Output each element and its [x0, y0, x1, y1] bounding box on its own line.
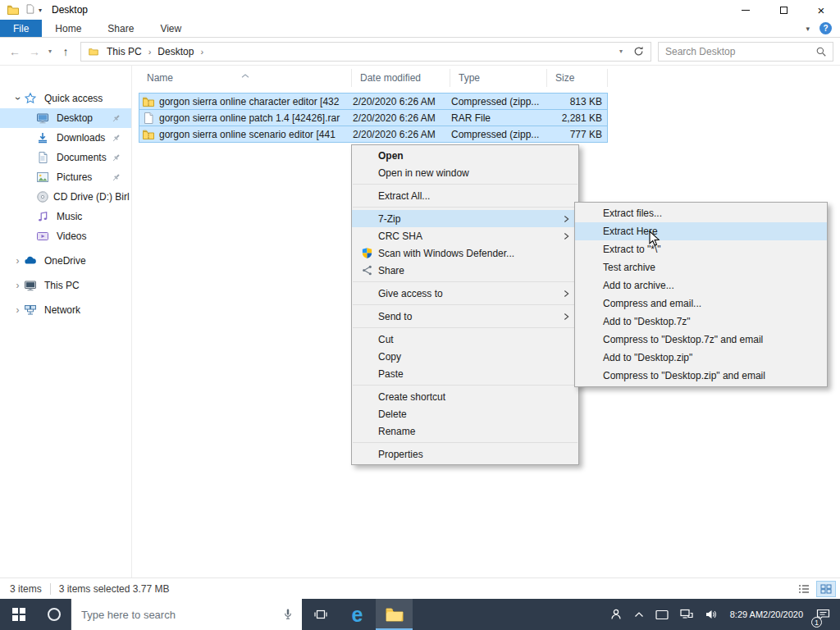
sidebar-item-onedrive[interactable]: ›OneDrive [0, 251, 131, 271]
clock[interactable]: 8:29 AM 2/20/2020 [724, 599, 810, 630]
clock-time: 8:29 AM [730, 609, 763, 620]
edge-button[interactable]: e [339, 599, 376, 630]
sidebar-item-cd-drive-d-birl[interactable]: CD Drive (D:) Birl [0, 187, 131, 207]
back-button[interactable]: ← [5, 45, 25, 58]
tablet-icon [655, 609, 669, 620]
file-name: gorgon sierra online character editor [4… [159, 96, 353, 107]
search-icon[interactable] [815, 46, 833, 57]
submenu-item-compress-to-desktop-7z-and-email[interactable]: Compress to "Desktop.7z" and email [575, 331, 827, 349]
submenu-arrow-icon [564, 290, 573, 298]
menu-item-rename[interactable]: Rename [352, 422, 578, 440]
sidebar-item-music[interactable]: Music [0, 207, 131, 226]
large-icons-view-button[interactable] [816, 581, 836, 597]
menu-item-share[interactable]: Share [352, 262, 578, 279]
tab-share[interactable]: Share [94, 20, 147, 37]
minimize-button[interactable] [727, 0, 765, 20]
breadcrumb-item-desktop[interactable]: Desktop [153, 46, 198, 57]
task-view-button[interactable] [302, 599, 339, 630]
submenu-item-add-to-desktop-7z[interactable]: Add to "Desktop.7z" [575, 313, 827, 331]
start-button[interactable] [0, 599, 38, 630]
file-row[interactable]: gorgon sierra online character editor [4… [139, 93, 608, 110]
volume-icon [705, 609, 718, 620]
forward-button[interactable]: → [25, 45, 44, 58]
up-button[interactable]: ↑ [56, 45, 75, 58]
expand-ribbon-chevron-icon[interactable]: ▾ [806, 25, 810, 33]
column-header-type[interactable]: Type [450, 69, 547, 87]
file-row[interactable]: gorgon sierra online patch 1.4 [42426].r… [139, 109, 608, 126]
chevron-collapsed-icon[interactable]: › [11, 304, 24, 316]
menu-item-open-in-new-window[interactable]: Open in new window [352, 164, 578, 181]
tablet-mode-button[interactable] [650, 599, 674, 630]
ribbon-tab-label: View [160, 23, 181, 34]
cortana-button[interactable] [38, 599, 71, 630]
submenu-item-add-to-desktop-zip[interactable]: Add to "Desktop.zip" [575, 349, 827, 367]
submenu-item-compress-and-email[interactable]: Compress and email... [575, 294, 827, 313]
search-input[interactable] [659, 46, 815, 57]
menu-item-extract-all[interactable]: Extract All... [352, 187, 578, 204]
menu-item-create-shortcut[interactable]: Create shortcut [352, 388, 578, 405]
sidebar-item-network[interactable]: ›Network [0, 300, 131, 320]
column-header-name[interactable]: Name [139, 69, 352, 87]
column-header-date-modified[interactable]: Date modified [352, 69, 450, 87]
tab-file[interactable]: File [0, 20, 42, 37]
qat-chevron-down-icon[interactable]: ▾ [39, 7, 42, 14]
menu-item-paste[interactable]: Paste [352, 365, 578, 382]
menu-item-copy[interactable]: Copy [352, 348, 578, 365]
menu-item-delete[interactable]: Delete [352, 405, 578, 422]
submenu-item-add-to-archive[interactable]: Add to archive... [575, 276, 827, 294]
people-button[interactable] [604, 599, 628, 630]
taskbar-search-input[interactable] [71, 609, 282, 621]
recent-locations-chevron-icon[interactable]: ▾ [44, 48, 56, 55]
chevron-collapsed-icon[interactable]: › [11, 255, 24, 267]
sidebar-item-quick-access[interactable]: ›Quick access [0, 89, 131, 108]
sidebar-item-this-pc[interactable]: ›This PC [0, 276, 131, 295]
show-hidden-icons-button[interactable] [628, 599, 650, 630]
volume-button[interactable] [699, 599, 724, 630]
menu-item-label: Extract files... [603, 208, 662, 219]
menu-item-cut[interactable]: Cut [352, 331, 578, 348]
file-row[interactable]: gorgon sierra online scenario editor [44… [139, 126, 608, 143]
sidebar-item-pictures[interactable]: Pictures [0, 167, 131, 187]
file-explorer-button[interactable] [376, 599, 413, 630]
sidebar-item-videos[interactable]: Videos [0, 226, 131, 246]
sidebar-item-label: Videos [57, 231, 86, 242]
submenu-item-extract-to[interactable]: Extract to "*\" [575, 240, 827, 258]
video-icon [36, 230, 52, 243]
sidebar-item-desktop[interactable]: Desktop [0, 108, 131, 128]
submenu-item-extract-here[interactable]: Extract Here [575, 222, 827, 240]
refresh-icon[interactable] [633, 46, 644, 57]
breadcrumb-item-this-pc[interactable]: This PC [103, 46, 146, 57]
address-dropdown-chevron-icon[interactable]: ▾ [615, 48, 627, 55]
tab-home[interactable]: Home [42, 20, 94, 37]
sidebar-item-downloads[interactable]: Downloads [0, 128, 131, 148]
location-folder-icon [88, 46, 99, 57]
qat-file-icon[interactable] [25, 4, 34, 16]
menu-item-7-zip[interactable]: 7-Zip [352, 210, 578, 227]
chevron-collapsed-icon[interactable]: › [11, 280, 24, 291]
column-header-size[interactable]: Size [547, 69, 608, 87]
address-box[interactable]: This PC›Desktop› ▾ [80, 42, 651, 62]
menu-item-give-access-to[interactable]: Give access to [352, 285, 578, 302]
sidebar-item-label: Music [57, 211, 82, 222]
ribbon-tab-label: File [13, 23, 29, 34]
network-status-button[interactable] [674, 599, 699, 630]
submenu-item-test-archive[interactable]: Test archive [575, 258, 827, 276]
chevron-expanded-icon[interactable]: › [12, 93, 24, 105]
action-center-button[interactable]: 1 [810, 599, 840, 630]
menu-item-open[interactable]: Open [352, 147, 578, 164]
microphone-icon[interactable] [282, 608, 302, 621]
maximize-button[interactable] [765, 0, 802, 20]
disc-icon [36, 190, 49, 203]
submenu-item-compress-to-desktop-zip-and-email[interactable]: Compress to "Desktop.zip" and email [575, 367, 827, 385]
close-button[interactable]: × [802, 0, 840, 20]
menu-item-properties[interactable]: Properties [352, 445, 578, 463]
details-view-button[interactable] [794, 581, 814, 597]
sidebar-item-documents[interactable]: Documents [0, 148, 131, 167]
menu-item-crc-sha[interactable]: CRC SHA [352, 227, 578, 244]
sidebar-item-label: Desktop [57, 112, 93, 124]
tab-view[interactable]: View [147, 20, 194, 37]
help-icon[interactable]: ? [819, 22, 832, 34]
menu-item-send-to[interactable]: Send to [352, 308, 578, 325]
menu-item-scan-with-windows-defender[interactable]: Scan with Windows Defender... [352, 244, 578, 262]
submenu-item-extract-files[interactable]: Extract files... [575, 204, 827, 222]
